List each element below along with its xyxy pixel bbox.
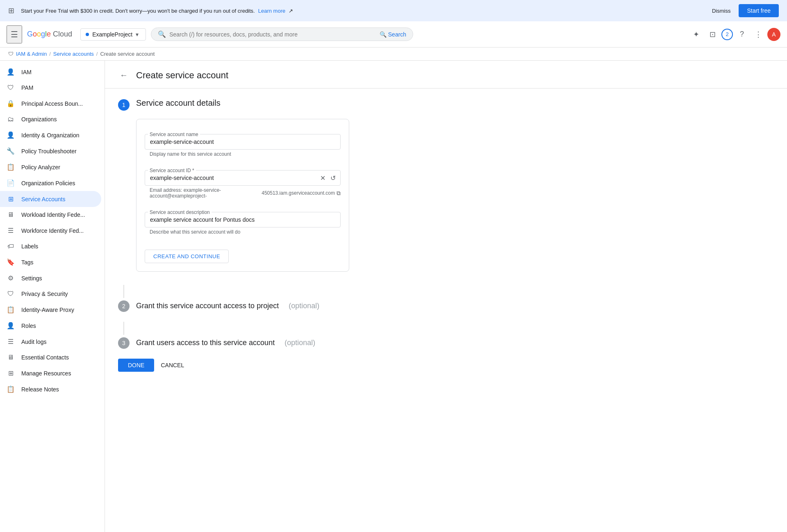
manage-resources-icon: ⊞	[7, 369, 15, 377]
search-icon-small: 🔍	[380, 31, 387, 38]
logo-g: G	[27, 30, 33, 38]
sidebar-item-iam[interactable]: 👤 IAM	[0, 64, 101, 80]
dismiss-button[interactable]: Dismiss	[707, 5, 736, 16]
back-button[interactable]: ←	[118, 69, 130, 82]
sidebar-item-settings[interactable]: ⚙ Settings	[0, 270, 101, 286]
sidebar-label-principal: Principal Access Boun...	[21, 100, 83, 107]
service-account-name-field: Service account name Display name for th…	[145, 127, 341, 157]
principal-access-icon: 🔒	[7, 100, 15, 107]
service-accounts-icon: ⊞	[7, 195, 15, 203]
sidebar-item-release-notes[interactable]: 📋 Release Notes	[0, 381, 101, 397]
avatar[interactable]: A	[767, 28, 780, 41]
sidebar-label-manage-resources: Manage Resources	[21, 370, 71, 377]
sidebar-item-privacy-security[interactable]: 🛡 Privacy & Security	[0, 286, 101, 302]
grid-icon: ⊞	[8, 6, 14, 15]
learn-more-link[interactable]: Learn more	[258, 8, 285, 14]
privacy-security-icon: 🛡	[7, 290, 15, 298]
create-and-continue-button[interactable]: CREATE AND CONTINUE	[145, 250, 229, 263]
header-icons: ✦ ⊡ 2 ? ⋮ A	[689, 27, 780, 42]
id-input-actions: ✕ ↺	[318, 173, 337, 184]
sidebar-item-essential-contacts[interactable]: 🖥 Essential Contacts	[0, 350, 101, 365]
header: ☰ Google Cloud ExampleProject ▾ 🔍 🔍 Sear…	[0, 21, 787, 48]
service-account-desc-field: Service account description Describe wha…	[145, 205, 341, 235]
sidebar-item-identity-aware-proxy[interactable]: 📋 Identity-Aware Proxy	[0, 302, 101, 318]
breadcrumb-service-accounts[interactable]: Service accounts	[53, 51, 94, 57]
sidebar-label-organizations: Organizations	[21, 116, 57, 123]
start-free-button[interactable]: Start free	[739, 4, 779, 17]
action-buttons: DONE CANCEL	[118, 359, 774, 372]
google-cloud-logo[interactable]: Google Cloud	[27, 30, 72, 39]
sidebar-label-service-accounts: Service Accounts	[21, 196, 65, 202]
step-1: 1 Service account details Service accoun…	[118, 98, 774, 272]
bookmark-icon[interactable]: ✦	[689, 27, 703, 42]
sidebar-label-essential-contacts: Essential Contacts	[21, 354, 69, 361]
logo-g2: g	[41, 30, 45, 38]
sidebar-item-policy-analyzer[interactable]: 📋 Policy Analyzer	[0, 159, 101, 175]
sidebar-label-pam: PAM	[21, 84, 33, 91]
cancel-button[interactable]: CANCEL	[161, 362, 184, 368]
search-button[interactable]: 🔍 Search	[380, 31, 406, 38]
essential-contacts-icon: 🖥	[7, 354, 15, 361]
search-icon: 🔍	[158, 30, 166, 38]
more-vert-icon[interactable]: ⋮	[751, 27, 766, 42]
identity-org-icon: 👤	[7, 131, 15, 139]
workload-identity-icon: 🖥	[7, 211, 15, 218]
step-2-number: 2	[118, 300, 130, 312]
sidebar-item-audit-logs[interactable]: ☰ Audit logs	[0, 334, 101, 350]
sidebar-item-service-accounts[interactable]: ⊞ Service Accounts	[0, 191, 101, 207]
step-3-title: Grant users access to this service accou…	[136, 339, 275, 347]
sidebar-label-tags: Tags	[21, 259, 34, 266]
help-icon[interactable]: ?	[735, 27, 749, 42]
copy-email-button[interactable]: ⧉	[337, 190, 341, 197]
breadcrumb-iam-admin[interactable]: IAM & Admin	[16, 51, 47, 57]
sidebar-label-policy-troubleshooter: Policy Troubleshooter	[21, 148, 77, 155]
org-policies-icon: 📄	[7, 179, 15, 187]
sidebar-label-settings: Settings	[21, 275, 42, 282]
step-2-divider	[123, 285, 124, 298]
audit-logs-icon: ☰	[7, 338, 15, 346]
done-button[interactable]: DONE	[118, 359, 154, 372]
sidebar-label-workforce-identity: Workforce Identity Fed...	[21, 227, 84, 234]
sidebar-item-tags[interactable]: 🔖 Tags	[0, 254, 101, 270]
sidebar-label-audit-logs: Audit logs	[21, 339, 46, 345]
page-title: Create service account	[136, 70, 228, 81]
roles-icon: 👤	[7, 322, 15, 330]
refresh-id-button[interactable]: ↺	[329, 173, 337, 184]
menu-icon[interactable]: ☰	[7, 25, 22, 43]
sidebar-label-policy-analyzer: Policy Analyzer	[21, 164, 60, 171]
step-3-optional: (optional)	[284, 339, 315, 347]
sidebar-label-labels: Labels	[21, 243, 38, 250]
sidebar-item-workload-identity[interactable]: 🖥 Workload Identity Fede...	[0, 207, 101, 223]
logo-o2: o	[37, 30, 41, 38]
sidebar: 👤 IAM 🛡 PAM 🔒 Principal Access Boun... 🗂…	[0, 61, 105, 532]
id-label: Service account ID *	[148, 168, 196, 173]
sidebar-item-roles[interactable]: 👤 Roles	[0, 318, 101, 334]
sidebar-item-organizations[interactable]: 🗂 Organizations	[0, 111, 101, 127]
sidebar-label-iam: IAM	[21, 69, 32, 75]
name-hint: Display name for this service account	[145, 151, 341, 157]
project-name: ExampleProject	[92, 31, 132, 38]
step-3-number: 3	[118, 337, 130, 349]
desc-label: Service account description	[148, 209, 212, 215]
step-2: 2 Grant this service account access to p…	[118, 300, 774, 312]
policy-troubleshooter-icon: 🔧	[7, 147, 15, 155]
sidebar-item-principal-access[interactable]: 🔒 Principal Access Boun...	[0, 95, 101, 111]
project-selector[interactable]: ExampleProject ▾	[80, 28, 146, 41]
cast-icon[interactable]: ⊡	[705, 27, 720, 42]
step-1-title: Service account details	[136, 98, 221, 108]
sidebar-item-pam[interactable]: 🛡 PAM	[0, 80, 101, 95]
organizations-icon: 🗂	[7, 116, 15, 123]
shield-icon: 🛡	[8, 51, 14, 57]
sidebar-item-labels[interactable]: 🏷 Labels	[0, 239, 101, 254]
step-2-optional: (optional)	[289, 302, 319, 310]
sidebar-item-manage-resources[interactable]: ⊞ Manage Resources	[0, 365, 101, 381]
notification-badge[interactable]: 2	[721, 29, 733, 40]
clear-id-button[interactable]: ✕	[318, 173, 327, 184]
sidebar-item-workforce-identity[interactable]: ☰ Workforce Identity Fed...	[0, 223, 101, 239]
iam-icon: 👤	[7, 68, 15, 76]
release-notes-icon: 📋	[7, 385, 15, 393]
search-input[interactable]	[169, 31, 376, 38]
sidebar-item-policy-troubleshooter[interactable]: 🔧 Policy Troubleshooter	[0, 143, 101, 159]
sidebar-item-org-policies[interactable]: 📄 Organization Policies	[0, 175, 101, 191]
sidebar-item-identity-org[interactable]: 👤 Identity & Organization	[0, 127, 101, 143]
